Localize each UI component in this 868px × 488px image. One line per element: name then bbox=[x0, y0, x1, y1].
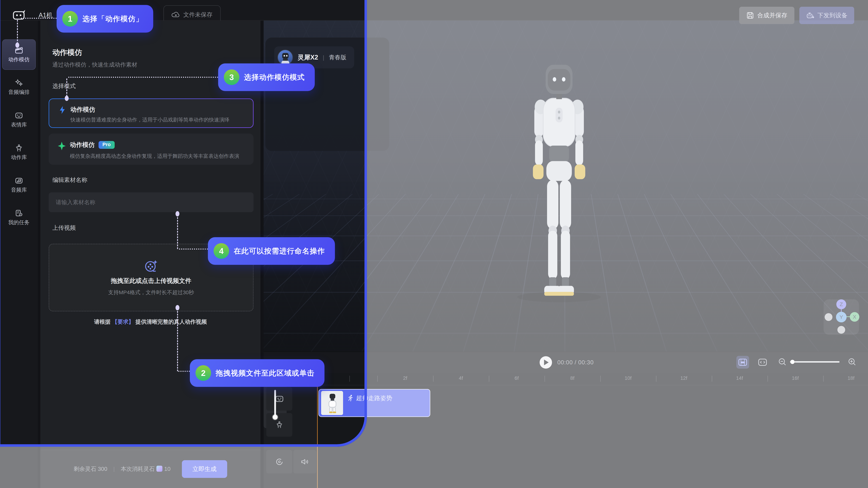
dial-track-button[interactable] bbox=[266, 450, 292, 473]
tour-connector-2-h bbox=[178, 371, 190, 372]
play-button[interactable] bbox=[539, 356, 552, 369]
mode-card-standard[interactable]: 动作模仿 快速模仿普通难度的全身动作，适用于小品戏剧等简单动作的快速演绎 bbox=[49, 98, 253, 128]
zoom-out-button[interactable] bbox=[776, 356, 789, 369]
step-2-number: 2 bbox=[195, 365, 211, 381]
pro-badge: Pro bbox=[98, 141, 115, 149]
running-man-icon bbox=[347, 395, 354, 402]
remaining-stones: 剩余灵石 300 bbox=[73, 465, 107, 473]
track-rail: 40% bbox=[264, 373, 317, 488]
mode-section-label: 选择模式 bbox=[52, 82, 76, 90]
clip-thumbnail bbox=[321, 391, 343, 415]
tour-dot-1 bbox=[16, 42, 19, 48]
timeline-clip[interactable]: 超帅走路姿势 bbox=[318, 389, 430, 417]
material-name-input[interactable] bbox=[49, 192, 253, 212]
zoom-in-button[interactable] bbox=[846, 356, 859, 369]
ruler-label: 10f bbox=[625, 375, 632, 381]
clip-label: 超帅走路姿势 bbox=[356, 394, 392, 402]
ruler-label: 4f bbox=[459, 375, 463, 381]
ruler-tick bbox=[823, 376, 824, 382]
tour-step-1[interactable]: 1 选择「动作模仿」 bbox=[57, 5, 153, 33]
tour-connector-4-v bbox=[177, 217, 178, 249]
sidebar-item-audio-library[interactable]: 音频库 bbox=[2, 170, 36, 200]
timeline-zoom-slider[interactable] bbox=[790, 361, 839, 363]
robot-face-icon bbox=[14, 111, 23, 119]
ruler-tick bbox=[545, 376, 545, 382]
fit-view-button[interactable] bbox=[756, 356, 769, 369]
playback-time: 00:00 / 00:30 bbox=[557, 359, 594, 366]
star-icon bbox=[58, 141, 66, 150]
clip-mode-button[interactable] bbox=[736, 356, 749, 369]
deploy-to-device-button[interactable]: 下发到设备 bbox=[799, 7, 854, 24]
ruler-label: 2f bbox=[403, 375, 407, 381]
lightning-icon bbox=[58, 106, 66, 114]
timeline-panel: 40% 2f4f6f8f10f12f14f16f18f 超 bbox=[264, 373, 868, 488]
mode-pro-desc: 模仿复杂高精度高动态全身动作复现，适用于舞蹈功夫等丰富表达创作表演 bbox=[70, 153, 239, 160]
tour-connector-1-h bbox=[21, 18, 57, 19]
clapperboard-icon bbox=[14, 46, 23, 54]
step-3-number: 3 bbox=[224, 69, 239, 85]
ruler-label: 6f bbox=[515, 375, 519, 381]
panel-subtitle: 通过动作模仿，快速生成动作素材 bbox=[52, 61, 137, 69]
mode-pro-title: 动作模仿 bbox=[70, 141, 95, 148]
expression-track-button[interactable] bbox=[266, 387, 292, 410]
tour-step-3[interactable]: 3 选择动作模仿模式 bbox=[218, 63, 315, 91]
gizmo-neg-x[interactable] bbox=[825, 313, 832, 321]
ruler-label: 12f bbox=[680, 375, 687, 381]
ruler-tick bbox=[768, 376, 768, 382]
gizmo-x-axis[interactable]: X bbox=[850, 312, 859, 322]
save-button[interactable]: 合成并保存 bbox=[739, 7, 795, 24]
ruler-label: 16f bbox=[792, 375, 799, 381]
zoom-in-icon bbox=[847, 357, 857, 367]
generate-now-button[interactable]: 立即生成 bbox=[182, 460, 227, 478]
tour-connector-3-v bbox=[66, 79, 67, 96]
tour-step-4[interactable]: 4 在此可以按需进行命名操作 bbox=[208, 237, 335, 265]
audio-track-button[interactable] bbox=[293, 450, 316, 473]
speaker-icon bbox=[300, 458, 309, 466]
zoom-slider-knob[interactable] bbox=[790, 360, 795, 364]
music-library-icon bbox=[14, 176, 23, 184]
ruler-label: 14f bbox=[736, 375, 743, 381]
tour-connector-4-h bbox=[179, 249, 208, 250]
upload-title: 拖拽至此或点击上传视频文件 bbox=[111, 277, 191, 285]
sidebar-item-action-library[interactable]: 动作库 bbox=[2, 137, 36, 168]
tour-connector-3-h bbox=[68, 77, 218, 78]
task-list-icon bbox=[14, 209, 23, 217]
ruler-label: 8f bbox=[570, 375, 574, 381]
generate-bar: 剩余灵石 300 | 本次消耗灵石10 立即生成 bbox=[40, 450, 260, 488]
robot-model[interactable] bbox=[509, 61, 609, 302]
volume-slider[interactable] bbox=[274, 390, 276, 417]
cost-stones: 本次消耗灵石10 bbox=[121, 465, 170, 473]
tour-dot-4 bbox=[176, 211, 179, 217]
3d-viewport[interactable]: 灵犀X2 | 青春版 Z Y X bbox=[264, 21, 868, 352]
tour-step-2[interactable]: 2 拖拽视频文件至此区域或单击 bbox=[190, 359, 324, 387]
tour-connector-2-v bbox=[177, 311, 178, 371]
gizmo-neg-z[interactable] bbox=[837, 326, 845, 334]
volume-slider-knob[interactable] bbox=[273, 415, 278, 420]
sidebar-item-expression-library[interactable]: 表情库 bbox=[2, 105, 36, 135]
gizmo-z-axis[interactable]: Z bbox=[836, 299, 846, 309]
mode-card-pro[interactable]: 动作模仿Pro 模仿复杂高精度高动态全身动作复现，适用于舞蹈功夫等丰富表达创作表… bbox=[49, 134, 253, 165]
robot-download-icon bbox=[806, 11, 814, 19]
model-edition: 青春版 bbox=[329, 54, 346, 61]
fit-view-icon bbox=[757, 357, 768, 367]
ruler-tick bbox=[656, 376, 656, 382]
upload-hint: 支持MP4格式，文件时长不超过30秒 bbox=[108, 289, 194, 296]
ruler-tick bbox=[712, 376, 712, 382]
playhead[interactable] bbox=[317, 373, 318, 488]
floppy-icon bbox=[746, 11, 754, 19]
motion-track-icon bbox=[275, 421, 284, 429]
timeline-ruler[interactable]: 2f4f6f8f10f12f14f16f18f bbox=[317, 373, 868, 385]
sidebar-item-audio-arrange[interactable]: 音频编排 bbox=[2, 72, 36, 103]
upload-section-label: 上传视频 bbox=[52, 224, 76, 232]
sidebar: 动作模仿 音频编排 表情库 动作库 bbox=[0, 21, 38, 488]
person-icon bbox=[14, 144, 23, 152]
gizmo-y-axis[interactable]: Y bbox=[836, 312, 846, 322]
upload-note: 请根据 【要求】 提供清晰完整的真人动作视频 bbox=[40, 318, 260, 325]
axis-gizmo[interactable]: Z Y X bbox=[824, 299, 859, 335]
requirements-link[interactable]: 【要求】 bbox=[112, 319, 134, 325]
motion-track-button[interactable] bbox=[266, 413, 292, 437]
sidebar-item-my-tasks[interactable]: 我的任务 bbox=[2, 202, 36, 233]
tour-dot-3 bbox=[65, 96, 69, 101]
name-section-label: 编辑素材名称 bbox=[52, 176, 87, 184]
ruler-tick bbox=[433, 376, 433, 382]
